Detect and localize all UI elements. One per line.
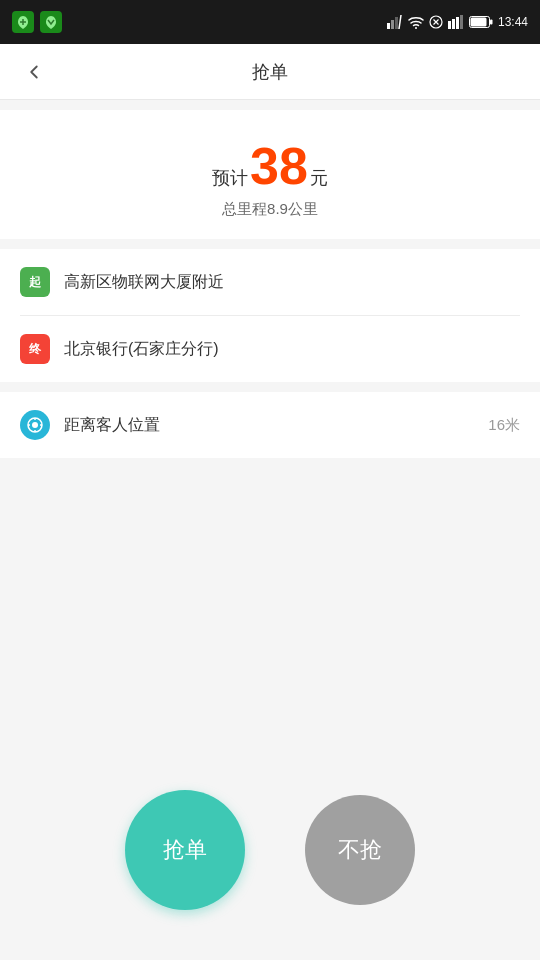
wifi-icon <box>408 15 424 29</box>
end-icon: 终 <box>20 334 50 364</box>
start-icon: 起 <box>20 267 50 297</box>
circle-x-icon <box>429 15 443 29</box>
end-address: 北京银行(石家庄分行) <box>64 339 520 360</box>
svg-rect-1 <box>391 20 394 29</box>
customer-distance-value: 16米 <box>488 416 520 435</box>
svg-point-14 <box>32 422 38 428</box>
page-title: 抢单 <box>252 60 288 84</box>
svg-point-4 <box>415 27 417 29</box>
app-icon-1 <box>12 11 34 33</box>
svg-rect-12 <box>470 18 486 27</box>
price-number: 38 <box>250 140 308 192</box>
price-section: 预计 38 元 总里程8.9公里 <box>0 110 540 239</box>
bottom-actions: 抢单 不抢 <box>0 790 540 960</box>
price-label: 预计 <box>212 166 248 190</box>
signal-bars-icon <box>448 15 464 29</box>
svg-rect-6 <box>448 21 451 29</box>
start-location-row: 起 高新区物联网大厦附近 <box>0 249 540 315</box>
customer-distance-label: 距离客人位置 <box>64 415 474 436</box>
status-right: 13:44 <box>387 15 528 29</box>
grab-order-button[interactable]: 抢单 <box>125 790 245 910</box>
customer-distance-row: 距离客人位置 16米 <box>0 392 540 458</box>
back-button[interactable] <box>16 54 52 90</box>
main-content: 抢单 预计 38 元 总里程8.9公里 起 高新区物联网大厦附近 终 北京银行(… <box>0 44 540 960</box>
svg-rect-11 <box>490 20 493 25</box>
app-icon-2 <box>40 11 62 33</box>
page-header: 抢单 <box>0 44 540 100</box>
svg-line-3 <box>399 15 401 29</box>
svg-rect-9 <box>460 15 463 29</box>
status-bar: 13:44 <box>0 0 540 44</box>
svg-rect-0 <box>387 23 390 29</box>
signal-icon <box>387 15 403 29</box>
start-address: 高新区物联网大厦附近 <box>64 272 520 293</box>
svg-rect-8 <box>456 17 459 29</box>
skip-order-button[interactable]: 不抢 <box>305 795 415 905</box>
battery-icon <box>469 16 493 28</box>
svg-rect-2 <box>395 17 398 29</box>
time-display: 13:44 <box>498 15 528 29</box>
customer-distance-card: 距离客人位置 16米 <box>0 392 540 458</box>
svg-rect-7 <box>452 19 455 29</box>
price-row: 预计 38 元 <box>0 140 540 192</box>
route-info-card: 起 高新区物联网大厦附近 终 北京银行(石家庄分行) <box>0 249 540 382</box>
status-left <box>12 11 62 33</box>
location-icon <box>20 410 50 440</box>
distance-text: 总里程8.9公里 <box>0 200 540 219</box>
end-location-row: 终 北京银行(石家庄分行) <box>0 316 540 382</box>
price-unit: 元 <box>310 166 328 190</box>
